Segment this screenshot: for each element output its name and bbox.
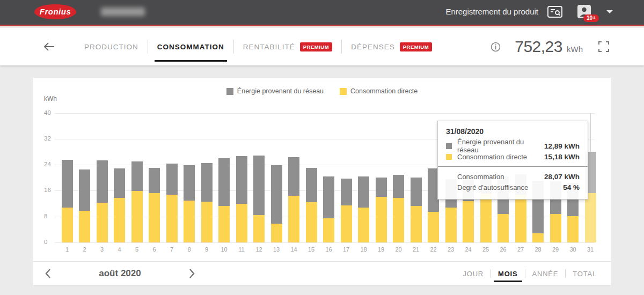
- gridline-40: [55, 113, 595, 114]
- grid-energy-segment: [393, 175, 404, 197]
- x-tick-label-20: 20: [390, 246, 407, 253]
- next-period-button[interactable]: [188, 268, 196, 279]
- info-icon[interactable]: [491, 42, 501, 52]
- direct-consumption-segment: [428, 212, 439, 242]
- bar-day-15[interactable]: [306, 168, 317, 242]
- grid-energy-segment: [218, 158, 230, 206]
- bar-day-18[interactable]: [358, 176, 369, 242]
- tab-production[interactable]: PRODUCTION: [75, 28, 148, 65]
- x-tick-label-3: 3: [93, 246, 111, 253]
- direct-consumption-segment: [166, 195, 178, 242]
- y-tick-label: 8: [44, 213, 62, 219]
- direct-consumption-segment: [218, 206, 230, 242]
- bar-day-20[interactable]: [393, 175, 404, 242]
- bar-day-17[interactable]: [341, 179, 352, 242]
- range-tab-année[interactable]: ANNÉE: [525, 262, 566, 285]
- grid-energy-segment: [79, 169, 90, 211]
- x-tick-label-18: 18: [355, 246, 372, 253]
- bar-day-19[interactable]: [376, 178, 387, 242]
- grid-energy-swatch: [446, 143, 452, 149]
- bar-day-3[interactable]: [97, 160, 108, 242]
- direct-consumption-segment: [341, 205, 352, 242]
- tooltip-row-consumption-total: Consommation 28,07 kWh: [446, 171, 580, 182]
- grid-energy-segment: [149, 168, 160, 193]
- bar-day-8[interactable]: [184, 165, 195, 242]
- bar-day-5[interactable]: [131, 161, 143, 242]
- bar-day-2[interactable]: [79, 169, 90, 242]
- grid-energy-segment: [236, 156, 247, 204]
- period-navigation-bar: août 2020 JOURMOISANNÉETOTAL: [33, 261, 611, 285]
- direct-consumption-segment: [131, 191, 143, 242]
- direct-consumption-swatch: [340, 88, 347, 95]
- product-registration-label: Enregistrement du produit: [445, 7, 538, 16]
- x-tick-label-30: 30: [565, 246, 582, 253]
- x-tick-label-1: 1: [58, 246, 76, 253]
- fronius-logo-text: Fronius: [40, 7, 71, 16]
- range-tab-jour[interactable]: JOUR: [456, 262, 491, 285]
- site-name-redacted[interactable]: [101, 8, 145, 16]
- x-tick-label-19: 19: [372, 246, 390, 253]
- bar-day-4[interactable]: [114, 168, 125, 242]
- direct-consumption-segment: [376, 197, 387, 242]
- grid-energy-segment: [184, 165, 195, 201]
- x-tick-label-11: 11: [233, 246, 250, 253]
- gridline-0: [55, 242, 595, 243]
- bar-day-11[interactable]: [236, 156, 247, 242]
- direct-consumption-segment: [532, 233, 544, 242]
- grid-energy-segment: [201, 163, 213, 202]
- bar-day-6[interactable]: [149, 168, 160, 242]
- direct-consumption-segment: [149, 193, 160, 242]
- tab-dépenses[interactable]: DÉPENSESPREMIUM: [342, 28, 441, 65]
- bar-day-9[interactable]: [201, 163, 213, 242]
- y-tick-label: 16: [44, 187, 62, 193]
- range-tab-total[interactable]: TOTAL: [566, 262, 604, 285]
- bar-day-1[interactable]: [62, 160, 73, 242]
- tooltip-date: 31/08/2020: [446, 127, 580, 136]
- x-tick-label-15: 15: [303, 246, 320, 253]
- period-total-unit: kWh: [567, 40, 583, 54]
- tab-consommation[interactable]: CONSOMMATION: [148, 28, 233, 65]
- y-tick-label: 32: [44, 135, 62, 142]
- direct-consumption-segment: [515, 195, 526, 242]
- legend-item-grid-energy[interactable]: Énergie provenant du réseau: [226, 87, 324, 95]
- x-tick-label-10: 10: [216, 246, 233, 253]
- user-account-button[interactable]: 10+: [577, 4, 591, 19]
- fullscreen-icon[interactable]: [598, 41, 610, 53]
- direct-consumption-segment: [236, 204, 247, 242]
- direct-consumption-segment: [253, 215, 265, 242]
- x-tick-label-31: 31: [582, 246, 599, 253]
- view-tabs: PRODUCTIONCONSOMMATIONRENTABILITÉPREMIUM…: [75, 28, 441, 65]
- grid-energy-segment: [358, 176, 369, 208]
- bar-day-16[interactable]: [323, 176, 334, 242]
- legend-label: Consommation directe: [350, 87, 418, 95]
- direct-consumption-segment: [567, 216, 579, 242]
- fronius-logo[interactable]: Fronius: [34, 4, 76, 19]
- product-registration-icon[interactable]: [547, 5, 563, 19]
- grid-energy-segment: [114, 168, 125, 198]
- y-tick-label: 24: [44, 161, 62, 167]
- grid-energy-segment: [341, 179, 352, 205]
- tooltip-row-grid-energy: Énergie provenant du réseau 12,89 kWh: [446, 141, 580, 151]
- grid-energy-segment: [376, 178, 387, 197]
- bar-day-10[interactable]: [218, 158, 230, 242]
- bar-day-14[interactable]: [288, 157, 299, 242]
- chart-legend: Énergie provenant du réseau Consommation…: [33, 87, 611, 95]
- x-tick-label-2: 2: [76, 246, 93, 253]
- chevron-down-icon[interactable]: [606, 10, 613, 13]
- notification-count-badge: 10+: [583, 14, 599, 22]
- bar-day-12[interactable]: [253, 156, 265, 242]
- bar-day-21[interactable]: [411, 178, 422, 242]
- legend-item-direct-consumption[interactable]: Consommation directe: [340, 87, 418, 95]
- bar-day-7[interactable]: [166, 164, 178, 242]
- current-period-label[interactable]: août 2020: [52, 268, 188, 279]
- grid-energy-segment: [97, 160, 108, 203]
- tab-label: RENTABILITÉ: [243, 43, 295, 51]
- top-app-bar: Fronius Enregistrement du produit 10+: [0, 0, 644, 26]
- bar-day-13[interactable]: [271, 165, 282, 242]
- tab-label: DÉPENSES: [351, 43, 395, 51]
- direct-consumption-segment: [79, 211, 90, 242]
- previous-period-button[interactable]: [44, 268, 52, 279]
- tab-rentabilité[interactable]: RENTABILITÉPREMIUM: [234, 28, 341, 65]
- range-tab-mois[interactable]: MOIS: [491, 262, 524, 285]
- back-arrow-icon[interactable]: [43, 42, 55, 51]
